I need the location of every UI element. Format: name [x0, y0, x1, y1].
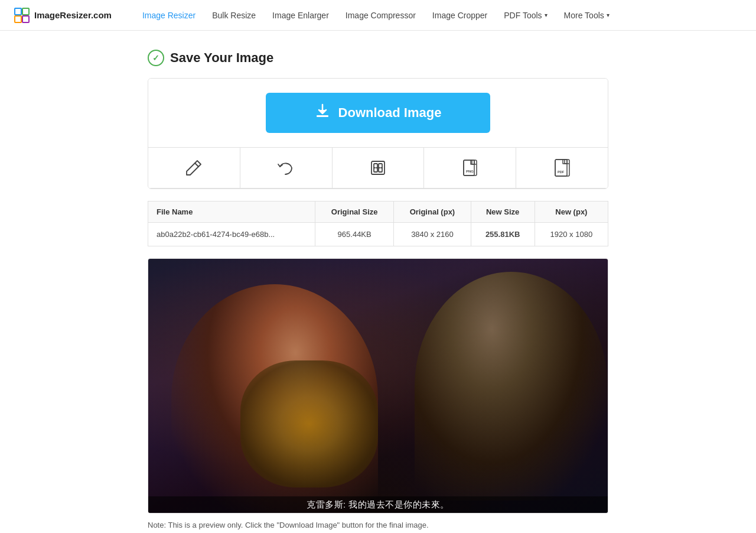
navbar: ImageResizer.com Image Resizer Bulk Resi…	[0, 0, 756, 31]
cell-new-size: 255.81KB	[471, 223, 535, 246]
nav-item-image-cropper[interactable]: Image Cropper	[425, 7, 494, 24]
svg-rect-3	[22, 16, 29, 22]
character-right	[415, 272, 608, 500]
col-header-filename: File Name	[148, 202, 315, 223]
nav-links: Image Resizer Bulk Resize Image Enlarger…	[135, 7, 742, 24]
png-icon: PNG	[461, 158, 480, 177]
preview-canvas: 克雷多斯: 我的過去不是你的未來。	[148, 259, 608, 513]
tool-edit[interactable]	[148, 148, 240, 188]
preview-note: Note: This is a preview only. Click the …	[148, 521, 608, 529]
svg-rect-8	[464, 160, 474, 176]
page-title: Save Your Image	[170, 50, 273, 66]
check-circle-icon: ✓	[148, 50, 164, 66]
tool-compress[interactable]	[333, 148, 425, 188]
tools-row: PNG PDF	[148, 148, 608, 188]
result-card: Download Image	[148, 78, 608, 189]
brand-name: ImageResizer.com	[34, 10, 112, 20]
armor-detail	[240, 360, 378, 488]
logo-icon	[14, 8, 30, 23]
section-title: ✓ Save Your Image	[148, 50, 608, 66]
tool-undo[interactable]	[240, 148, 333, 188]
svg-rect-1	[22, 8, 29, 15]
svg-text:PNG: PNG	[466, 170, 474, 173]
edit-icon	[184, 158, 203, 177]
download-button-label: Download Image	[338, 105, 442, 121]
main-content: ✓ Save Your Image Download Image	[136, 31, 620, 533]
file-info-table: File Name Original Size Original (px) Ne…	[148, 201, 608, 246]
download-icon	[315, 103, 330, 122]
svg-rect-0	[15, 8, 21, 15]
pdf-tools-chevron: ▾	[545, 12, 548, 18]
svg-text:PDF: PDF	[558, 170, 565, 174]
cell-original-size: 965.44KB	[315, 223, 394, 246]
subtitle-bar: 克雷多斯: 我的過去不是你的未來。	[148, 496, 608, 513]
download-button[interactable]: Download Image	[266, 93, 490, 133]
nav-item-bulk-resize[interactable]: Bulk Resize	[205, 7, 263, 24]
nav-item-pdf-tools[interactable]: PDF Tools ▾	[497, 7, 554, 24]
cell-filename: ab0a22b2-cb61-4274-bc49-e68b...	[148, 223, 315, 246]
tool-png[interactable]: PNG	[424, 148, 516, 188]
table-row: ab0a22b2-cb61-4274-bc49-e68b... 965.44KB…	[148, 223, 608, 246]
undo-icon	[276, 158, 295, 177]
svg-rect-4	[317, 115, 328, 117]
compress-icon	[369, 158, 387, 177]
more-tools-chevron: ▾	[607, 12, 610, 18]
preview-area: 克雷多斯: 我的過去不是你的未來。	[148, 258, 608, 514]
cell-new-px: 1920 x 1080	[535, 223, 608, 246]
col-header-new-size: New Size	[471, 202, 535, 223]
download-button-wrap: Download Image	[148, 79, 608, 148]
tool-pdf[interactable]: PDF	[516, 148, 608, 188]
col-header-new-px: New (px)	[535, 202, 608, 223]
nav-item-image-resizer[interactable]: Image Resizer	[135, 7, 203, 24]
col-header-original-px: Original (px)	[394, 202, 471, 223]
svg-rect-2	[15, 16, 21, 22]
nav-item-more-tools[interactable]: More Tools ▾	[557, 7, 617, 24]
subtitle-text: 克雷多斯: 我的過去不是你的未來。	[307, 499, 449, 509]
pdf-icon: PDF	[553, 158, 572, 177]
nav-item-image-compressor[interactable]: Image Compressor	[338, 7, 423, 24]
nav-item-image-enlarger[interactable]: Image Enlarger	[265, 7, 336, 24]
cell-original-px: 3840 x 2160	[394, 223, 471, 246]
col-header-original-size: Original Size	[315, 202, 394, 223]
logo[interactable]: ImageResizer.com	[14, 8, 112, 23]
